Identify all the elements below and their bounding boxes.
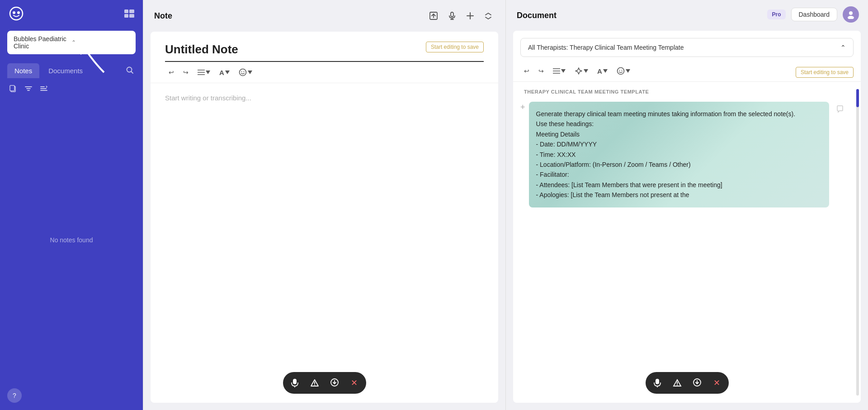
copy-icon[interactable]	[7, 83, 19, 94]
svg-rect-7	[129, 9, 134, 13]
sidebar-item-notes[interactable]: Notes	[7, 63, 39, 78]
doc-scrollbar[interactable]	[856, 89, 859, 396]
workspace-name: Bubbles Paediatric Clinic	[14, 35, 71, 50]
sidebar-tabs: Notes Documents	[0, 58, 143, 78]
note-mic-button[interactable]	[285, 374, 305, 392]
pro-badge: Pro	[767, 9, 785, 19]
note-panel-actions	[427, 9, 495, 23]
svg-point-0	[849, 11, 853, 15]
svg-marker-54	[626, 69, 630, 73]
doc-body: THERAPY CLINICAL TEAM MEETING TEMPLATE +…	[513, 82, 861, 403]
mic-icon[interactable]	[446, 9, 458, 22]
svg-marker-30	[206, 71, 210, 74]
dashboard-button[interactable]: Dashboard	[791, 8, 838, 21]
doc-text-format-button[interactable]: A	[594, 66, 611, 77]
svg-point-10	[127, 67, 132, 72]
doc-floating-toolbar: ✕	[646, 372, 729, 394]
doc-erase-button[interactable]	[667, 374, 687, 392]
undo-button[interactable]: ↩	[165, 67, 178, 78]
document-panel: Document All Therapists: The	[505, 0, 868, 410]
topbar: Pro Dashboard	[758, 0, 868, 29]
doc-undo-button[interactable]: ↩	[520, 66, 533, 76]
svg-marker-50	[603, 69, 608, 73]
sidebar-footer: ?	[0, 381, 143, 410]
sidebar: Bubbles Paediatric Clinic ⌃ Notes Docume…	[0, 0, 143, 410]
svg-marker-35	[248, 71, 252, 74]
doc-add-block-button[interactable]: +	[520, 103, 525, 112]
help-button[interactable]: ?	[7, 388, 22, 403]
layout-icon[interactable]	[123, 7, 136, 20]
doc-template-heading: THERAPY CLINICAL TEAM MEETING TEMPLATE	[520, 89, 847, 94]
align-button[interactable]	[194, 67, 214, 77]
svg-point-53	[621, 70, 622, 71]
svg-rect-55	[656, 379, 659, 384]
logo-icon	[7, 5, 25, 23]
collapse-note-icon[interactable]	[482, 9, 495, 22]
sidebar-empty-state: No notes found	[0, 99, 143, 381]
main-content: Note	[143, 0, 868, 410]
svg-line-11	[132, 71, 133, 73]
doc-close-button[interactable]: ✕	[707, 374, 727, 392]
doc-scrollbar-thumb	[856, 89, 859, 107]
note-close-button[interactable]: ✕	[344, 374, 364, 392]
doc-mic-button[interactable]	[647, 374, 667, 392]
doc-align-button[interactable]	[549, 66, 569, 76]
note-editor: Start editing to save ↩ ↪ A	[151, 32, 498, 403]
workspace-selector[interactable]: Bubbles Paediatric Clinic ⌃	[7, 31, 136, 54]
svg-rect-9	[129, 14, 134, 18]
doc-save-badge: Start editing to save	[796, 67, 854, 78]
svg-point-52	[619, 70, 620, 71]
svg-point-5	[17, 11, 20, 14]
note-floating-toolbar: ✕	[283, 372, 366, 394]
text-format-button[interactable]: A	[216, 67, 233, 78]
svg-rect-8	[124, 14, 128, 18]
svg-marker-31	[225, 71, 230, 74]
svg-marker-48	[561, 69, 566, 73]
add-note-button[interactable]	[464, 9, 476, 22]
note-erase-button[interactable]	[305, 374, 325, 392]
doc-ai-button[interactable]	[571, 65, 592, 77]
workspace-chevron-icon: ⌃	[71, 39, 129, 46]
svg-point-40	[314, 385, 315, 386]
sidebar-toolbar	[0, 78, 143, 99]
svg-point-34	[243, 71, 244, 72]
note-panel-title: Note	[154, 11, 427, 21]
doc-main-content: THERAPY CLINICAL TEAM MEETING TEMPLATE +…	[513, 82, 854, 403]
doc-redo-button[interactable]: ↪	[535, 66, 547, 76]
template-selector[interactable]: All Therapists: Therapy Clinical Team Me…	[520, 38, 854, 57]
svg-point-33	[241, 71, 242, 72]
svg-point-32	[239, 69, 246, 76]
search-icon[interactable]	[124, 64, 136, 78]
upload-icon[interactable]	[427, 9, 440, 23]
svg-point-1	[848, 16, 854, 19]
svg-rect-22	[451, 12, 453, 17]
note-editor-body[interactable]: Start writing or transcribing...	[151, 83, 498, 403]
sidebar-item-documents[interactable]: Documents	[41, 63, 90, 78]
doc-editor: All Therapists: Therapy Clinical Team Me…	[513, 31, 861, 403]
svg-rect-13	[10, 85, 14, 91]
doc-download-button[interactable]	[687, 374, 707, 392]
template-selector-chevron-icon: ⌃	[840, 44, 846, 51]
doc-comment-icon[interactable]	[833, 102, 847, 116]
svg-point-3	[10, 7, 23, 20]
note-save-badge: Start editing to save	[426, 42, 484, 52]
template-selector-label: All Therapists: Therapy Clinical Team Me…	[528, 44, 684, 51]
redo-button[interactable]: ↪	[179, 67, 192, 78]
note-editor-toolbar: ↩ ↪ A	[151, 62, 498, 83]
emoji-button[interactable]	[235, 66, 256, 78]
note-title-area: Start editing to save	[151, 32, 498, 62]
empty-message: No notes found	[50, 236, 93, 244]
svg-point-51	[617, 68, 624, 75]
svg-point-4	[13, 11, 15, 14]
note-download-button[interactable]	[325, 374, 344, 392]
svg-rect-6	[124, 9, 128, 13]
svg-marker-49	[584, 69, 588, 73]
avatar[interactable]	[843, 6, 859, 23]
doc-emoji-button[interactable]	[613, 65, 634, 77]
doc-block-content: Generate therapy clinical team meeting m…	[529, 102, 829, 207]
note-panel-header: Note	[143, 0, 505, 32]
sidebar-header	[0, 0, 143, 27]
note-panel: Note	[143, 0, 505, 410]
filter-icon[interactable]	[23, 83, 34, 94]
sort-icon[interactable]	[38, 83, 50, 94]
